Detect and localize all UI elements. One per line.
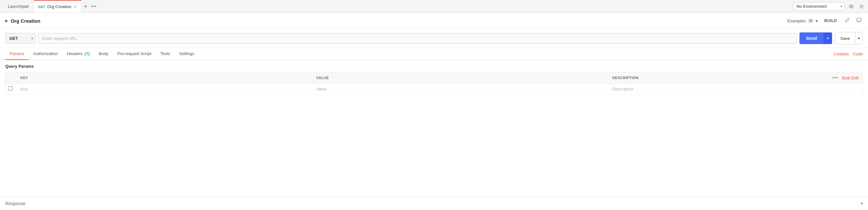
bulk-edit-button[interactable]: Bulk Edit — [842, 76, 859, 80]
tab-tests[interactable]: Tests — [156, 48, 175, 60]
tab-prerequest-label: Pre-request Script — [117, 51, 151, 56]
tab-get-badge: GET — [38, 5, 45, 9]
tab-body-label: Body — [99, 51, 108, 56]
request-title: Org Creation — [11, 18, 40, 24]
tab-headers-label: Headers — [67, 51, 83, 56]
title-chevron-icon[interactable]: ▶ — [5, 19, 8, 23]
svg-rect-2 — [857, 18, 861, 21]
tab-params-label: Params — [10, 51, 24, 56]
eye-icon — [848, 4, 854, 9]
save-button-wrapper: Save ▾ — [835, 32, 863, 45]
row-checkbox[interactable] — [8, 86, 12, 91]
tab-settings[interactable]: Settings — [175, 48, 199, 60]
params-table: KEY VALUE DESCRIPTION ••• Bulk Edit Key … — [5, 72, 863, 95]
edit-icon — [845, 18, 850, 23]
build-button[interactable]: BUILD — [822, 17, 840, 24]
response-section[interactable]: Response ▾ — [0, 197, 868, 210]
cookies-button[interactable]: Cookies — [834, 52, 849, 56]
save-button[interactable]: Save — [835, 32, 855, 44]
column-more-icon[interactable]: ••• — [832, 75, 838, 80]
url-input[interactable] — [38, 33, 797, 44]
key-cell[interactable]: Key — [17, 84, 312, 95]
value-cell[interactable]: Value — [312, 84, 608, 95]
examples-chevron-icon: ▾ — [816, 19, 818, 23]
comment-icon — [856, 18, 862, 23]
method-select[interactable]: GET POST PUT DELETE PATCH — [5, 33, 36, 44]
send-dropdown-button[interactable]: ▾ — [824, 32, 832, 44]
tab-settings-label: Settings — [179, 51, 194, 56]
tab-authorization-label: Authorization — [33, 51, 58, 56]
request-tabs: Params Authorization Headers (7) Body Pr… — [0, 48, 868, 60]
key-column-header: KEY — [17, 72, 312, 84]
value-column-header: VALUE — [312, 72, 608, 84]
examples-label: Examples — [787, 19, 806, 23]
tab-more-button[interactable]: ••• — [90, 4, 98, 9]
tab-add-button[interactable]: + — [82, 4, 90, 9]
url-bar: GET POST PUT DELETE PATCH ▾ Send ▾ Save … — [0, 29, 868, 48]
method-select-wrapper: GET POST PUT DELETE PATCH ▾ — [5, 33, 36, 44]
launchpad-tab-label: Launchpad — [8, 4, 28, 9]
row-checkbox-cell — [5, 84, 17, 95]
tab-tests-label: Tests — [160, 51, 170, 56]
save-dropdown-button[interactable]: ▾ — [855, 32, 863, 44]
env-select-wrapper: No Environment ▾ — [793, 2, 845, 10]
code-button[interactable]: Code — [853, 52, 863, 56]
tab-close-button[interactable]: × — [73, 4, 77, 9]
send-button[interactable]: Send — [800, 32, 824, 44]
tab-authorization[interactable]: Authorization — [29, 48, 62, 60]
description-cell[interactable]: Description — [608, 84, 820, 95]
response-title: Response — [5, 201, 26, 206]
tab-prerequest[interactable]: Pre-request Script — [113, 48, 156, 60]
tab-body[interactable]: Body — [94, 48, 113, 60]
headers-badge: (7) — [84, 51, 90, 56]
environment-select[interactable]: No Environment — [793, 2, 845, 10]
description-column-header: DESCRIPTION — [608, 72, 820, 84]
send-button-wrapper: Send ▾ — [800, 32, 832, 44]
response-chevron-icon: ▾ — [861, 201, 863, 206]
request-title-bar: ▶ Org Creation Examples 0 ▾ BUILD — [0, 13, 868, 29]
table-row: Key Value Description — [5, 84, 863, 95]
tab-headers[interactable]: Headers (7) — [62, 48, 94, 60]
settings-icon-button[interactable] — [858, 3, 865, 10]
settings-icon — [859, 4, 864, 9]
tab-bar: Launchpad GET Org Creation × + ••• No En… — [0, 0, 868, 13]
edit-icon-button[interactable] — [843, 16, 851, 25]
tab-bar-right: No Environment ▾ — [793, 2, 865, 10]
tab-org-creation-active[interactable]: GET Org Creation × — [34, 0, 81, 12]
tab-launchpad[interactable]: Launchpad — [3, 0, 34, 12]
params-section: Query Params KEY VALUE DESCRIPTION ••• B… — [0, 60, 868, 95]
svg-point-0 — [850, 6, 852, 7]
tabs-right: Cookies Code — [834, 52, 863, 56]
comment-icon-button[interactable] — [855, 16, 863, 25]
row-actions-cell — [820, 84, 863, 95]
actions-column-header: ••• Bulk Edit — [820, 72, 863, 84]
tab-params[interactable]: Params — [5, 48, 29, 60]
svg-point-1 — [861, 5, 863, 7]
examples-button[interactable]: Examples 0 ▾ — [787, 19, 818, 23]
eye-icon-button[interactable] — [847, 3, 855, 10]
tab-title: Org Creation — [47, 4, 71, 9]
checkbox-header — [5, 72, 17, 84]
request-title-right: Examples 0 ▾ BUILD — [787, 16, 863, 25]
query-params-title: Query Params — [5, 64, 863, 69]
examples-badge: 0 — [808, 19, 814, 23]
